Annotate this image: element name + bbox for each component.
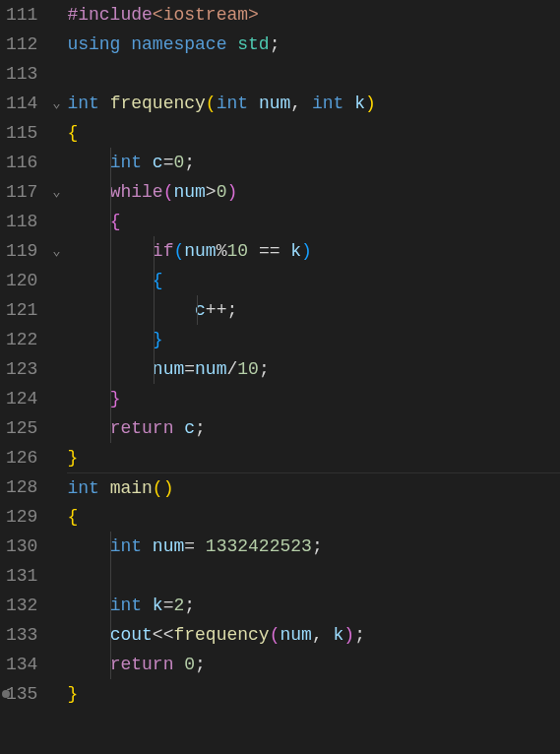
- line-number[interactable]: 112: [6, 30, 37, 59]
- code-line[interactable]: [67, 561, 560, 591]
- code-line[interactable]: }: [67, 325, 560, 354]
- fold-toggle: [47, 472, 65, 502]
- indent-guide: [110, 413, 111, 443]
- line-number[interactable]: 123: [6, 354, 37, 384]
- breakpoint-indicator[interactable]: [2, 690, 10, 698]
- code-line[interactable]: num=num/10;: [67, 354, 560, 384]
- code-token: [226, 34, 237, 54]
- code-token: [67, 625, 109, 645]
- code-line[interactable]: int num= 1332422523;: [67, 532, 560, 561]
- indent-guide: [154, 354, 155, 384]
- line-number[interactable]: 129: [6, 502, 37, 532]
- code-token: =: [163, 153, 174, 172]
- code-token: ): [365, 94, 376, 113]
- code-token: frequency: [173, 625, 269, 645]
- code-token: ;: [259, 359, 270, 379]
- code-line[interactable]: [67, 59, 560, 89]
- line-number[interactable]: 116: [6, 148, 37, 177]
- code-token: >: [206, 182, 217, 202]
- line-number[interactable]: 121: [6, 295, 37, 325]
- code-token: ,: [290, 94, 301, 113]
- line-number[interactable]: 111: [6, 0, 37, 30]
- code-token: ): [226, 182, 237, 202]
- code-line[interactable]: c++;: [67, 295, 560, 325]
- line-number[interactable]: 124: [6, 384, 37, 413]
- code-line[interactable]: }: [67, 443, 560, 472]
- code-token: ;: [195, 418, 206, 438]
- code-token: num: [153, 536, 184, 556]
- fold-toggle: [47, 59, 65, 89]
- code-line[interactable]: int k=2;: [67, 591, 560, 620]
- fold-toggle: [47, 679, 65, 709]
- code-token: k: [153, 596, 163, 615]
- code-line[interactable]: while(num>0): [67, 177, 560, 207]
- code-line[interactable]: #include<iostream>: [67, 0, 560, 30]
- code-token: frequency: [110, 94, 206, 113]
- fold-toggle: [47, 650, 65, 679]
- indent-guide: [110, 620, 111, 650]
- code-token: ): [343, 625, 354, 645]
- line-number[interactable]: 134: [6, 650, 37, 679]
- code-line[interactable]: cout<<frequency(num, k);: [67, 620, 560, 650]
- code-token: #include: [67, 5, 152, 25]
- code-token: (: [173, 241, 184, 261]
- line-number[interactable]: 125: [6, 413, 37, 443]
- code-editor[interactable]: 1111121131141151161171181191201211221231…: [0, 0, 560, 754]
- line-number[interactable]: 133: [6, 620, 37, 650]
- fold-toggle: [47, 561, 65, 591]
- code-line[interactable]: {: [67, 118, 560, 148]
- line-number[interactable]: 132: [6, 591, 37, 620]
- code-line[interactable]: {: [67, 502, 560, 532]
- code-line[interactable]: int frequency(int num, int k): [67, 89, 560, 118]
- code-line[interactable]: return c;: [67, 413, 560, 443]
- line-number-gutter[interactable]: 1111121131141151161171181191201211221231…: [0, 0, 47, 754]
- code-token: k: [354, 94, 365, 113]
- line-number[interactable]: 122: [6, 325, 37, 354]
- code-token: [173, 418, 184, 438]
- fold-toggle[interactable]: ⌄: [47, 89, 65, 118]
- fold-toggle: [47, 591, 65, 620]
- indent-guide: [110, 148, 111, 177]
- code-token: ;: [184, 153, 195, 172]
- code-line[interactable]: int main(): [67, 472, 560, 502]
- code-token: [67, 182, 109, 202]
- code-area[interactable]: #include<iostream>using namespace std;in…: [65, 0, 560, 754]
- fold-toggle[interactable]: ⌄: [47, 236, 65, 266]
- fold-column[interactable]: ⌄⌄⌄: [47, 0, 65, 754]
- code-token: ;: [312, 536, 323, 556]
- line-number[interactable]: 126: [6, 443, 37, 472]
- line-number[interactable]: 119: [6, 236, 37, 266]
- code-line[interactable]: {: [67, 207, 560, 236]
- indent-guide: [110, 236, 111, 266]
- code-token: int: [67, 94, 98, 113]
- fold-toggle: [47, 207, 65, 236]
- line-number[interactable]: 135: [6, 679, 37, 709]
- code-line[interactable]: return 0;: [67, 650, 560, 679]
- code-token: int: [110, 153, 142, 172]
- code-line[interactable]: {: [67, 266, 560, 295]
- code-token: std: [237, 34, 269, 54]
- code-token: [323, 625, 334, 645]
- line-number[interactable]: 118: [6, 207, 37, 236]
- line-number[interactable]: 114: [6, 89, 37, 118]
- line-number[interactable]: 113: [6, 59, 37, 89]
- code-token: (: [270, 625, 280, 645]
- code-line[interactable]: using namespace std;: [67, 30, 560, 59]
- fold-toggle[interactable]: ⌄: [47, 177, 65, 207]
- code-token: =: [184, 359, 195, 379]
- code-line[interactable]: if(num%10 == k): [67, 236, 560, 266]
- code-token: 0: [173, 153, 184, 172]
- indent-guide: [110, 325, 111, 354]
- line-number[interactable]: 117: [6, 177, 37, 207]
- indent-guide: [110, 384, 111, 413]
- line-number[interactable]: 115: [6, 118, 37, 148]
- line-number[interactable]: 131: [6, 561, 37, 591]
- line-number[interactable]: 130: [6, 532, 37, 561]
- line-number[interactable]: 120: [6, 266, 37, 295]
- code-token: [67, 389, 109, 408]
- code-line[interactable]: }: [67, 384, 560, 413]
- code-line[interactable]: }: [67, 679, 560, 709]
- line-number[interactable]: 128: [6, 472, 37, 502]
- code-token: ++: [206, 300, 227, 320]
- code-line[interactable]: int c=0;: [67, 148, 560, 177]
